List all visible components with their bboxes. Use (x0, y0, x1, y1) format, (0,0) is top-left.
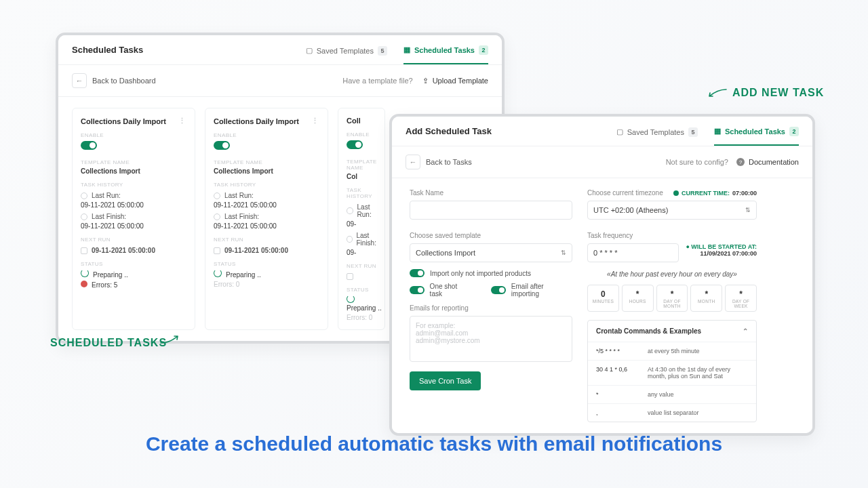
status-errors: Errors: 0 (214, 281, 319, 288)
task-name-label: Task Name (410, 189, 572, 197)
cron-part[interactable]: 0MINUTES (587, 285, 619, 312)
calendar-icon: ▦ (714, 127, 721, 136)
card-title: Collections Daily Import (81, 117, 166, 125)
back-to-dashboard-button[interactable]: ← Back to Dashboard (72, 73, 156, 88)
clock-icon (81, 214, 87, 220)
save-icon: ▢ (616, 127, 623, 136)
clock-icon (347, 207, 353, 214)
back-to-tasks-button[interactable]: ← Back to Tasks (406, 155, 472, 169)
chevron-updown-icon: ⇅ (745, 207, 751, 214)
clock-icon (214, 192, 220, 199)
email-after-toggle[interactable]: Email after importing (491, 283, 572, 298)
config-hint: Not sure to config? (666, 158, 728, 166)
cron-part[interactable]: *DAY OF WEEK (725, 285, 757, 312)
documentation-link[interactable]: ? Documentation (736, 158, 799, 166)
clock-icon (214, 214, 220, 220)
calendar-icon (81, 247, 87, 254)
frequency-input[interactable]: 0 * * * * (587, 243, 679, 262)
panel-header: Scheduled Tasks ▢ Saved Templates 5 ▦ Sc… (58, 35, 502, 65)
crontab-examples: Crontab Commands & Examples ⌃ */5 * * * … (587, 320, 757, 422)
one-shot-toggle[interactable]: One shot task (410, 283, 471, 298)
upload-template-button[interactable]: ⇪ Upload Template (422, 77, 488, 85)
enable-toggle[interactable] (81, 141, 97, 150)
status-preparing: Preparing .. (81, 269, 186, 279)
save-icon: ▢ (306, 46, 313, 55)
example-row: 30 4 1 * 0,6At 4:30 on the 1st day of ev… (588, 360, 756, 385)
page-title: Add Scheduled Task (406, 126, 492, 136)
add-task-panel: Add Scheduled Task ▢ Saved Templates 5 ▦… (389, 114, 815, 436)
tab-scheduled-tasks[interactable]: ▦ Scheduled Tasks 2 (714, 127, 799, 146)
status-errors: Errors: 0 (347, 314, 384, 321)
saved-template-select[interactable]: Collections Import ⇅ (410, 243, 572, 262)
clock-icon (673, 190, 679, 196)
status-errors: Errors: 5 (81, 281, 186, 289)
marketing-headline: Create a scheduled automatic tasks with … (0, 432, 868, 455)
help-icon: ? (736, 158, 745, 166)
annotation-add-new-task: ADD NEW TASK (732, 87, 824, 99)
arrow-icon (160, 335, 179, 344)
task-name-input[interactable] (410, 201, 572, 220)
chevron-updown-icon: ⇅ (561, 249, 566, 256)
more-icon[interactable]: ⋮ (311, 117, 319, 125)
calendar-icon: ▦ (403, 45, 410, 54)
example-row: *any value (588, 385, 756, 403)
arrow-icon (708, 88, 727, 98)
arrow-left-icon: ← (406, 155, 420, 169)
cron-part[interactable]: *MONTH (690, 285, 722, 312)
tab-saved-templates[interactable]: ▢ Saved Templates 5 (616, 127, 698, 145)
tab-saved-templates[interactable]: ▢ Saved Templates 5 (306, 46, 387, 64)
cron-readable: «At the hour past every hour on every da… (587, 270, 757, 278)
page-title: Scheduled Tasks (72, 45, 143, 55)
calendar-icon (214, 247, 220, 254)
current-time-label: CURRENT TIME: 07:00:00 (673, 190, 757, 197)
emails-label: Emails for reporting (410, 304, 572, 312)
emails-textarea[interactable]: For example: admin@mail.com admin@mystor… (410, 316, 572, 362)
have-template-hint: Have a template file? (342, 77, 412, 85)
status-preparing: Preparing .. (347, 295, 384, 312)
example-row: */5 * * * *at every 5th minute (588, 342, 756, 360)
start-time-note: ● WILL BE STARTED AT: 11/09/2021 07:00:0… (686, 243, 757, 257)
status-preparing: Preparing .. (214, 269, 319, 279)
arrow-left-icon: ← (72, 73, 87, 88)
enable-toggle[interactable] (347, 140, 363, 149)
timezone-label: Choose current timezone (587, 189, 663, 197)
cron-part[interactable]: *HOURS (622, 285, 654, 312)
tab-scheduled-tasks[interactable]: ▦ Scheduled Tasks 2 (403, 45, 488, 64)
saved-template-label: Choose saved template (410, 232, 572, 239)
more-icon[interactable]: ⋮ (178, 117, 186, 125)
clock-icon (347, 236, 353, 243)
card-title: Coll (347, 117, 361, 125)
frequency-label: Task frequency (587, 232, 757, 239)
clock-icon (81, 192, 87, 199)
timezone-select[interactable]: UTC +02:00 (Atheens) ⇅ (587, 201, 757, 220)
calendar-icon (347, 273, 353, 280)
task-card: Coll ENABLE TEMPLATE NAME Col TASK HISTO… (338, 108, 385, 330)
upload-icon: ⇪ (422, 77, 429, 85)
task-card: Collections Daily Import⋮ ENABLE TEMPLAT… (205, 108, 328, 330)
enable-toggle[interactable] (214, 141, 230, 150)
import-only-toggle[interactable]: Import only not imported products (410, 269, 572, 277)
card-title: Collections Daily Import (214, 117, 299, 125)
task-card: Collections Daily Import⋮ ENABLE TEMPLAT… (72, 108, 195, 330)
cron-part[interactable]: *DAY OF MONTH (656, 285, 688, 312)
chevron-up-icon[interactable]: ⌃ (743, 327, 748, 335)
example-row: ,value list separator (588, 403, 756, 422)
save-cron-task-button[interactable]: Save Cron Task (410, 371, 481, 390)
annotation-scheduled-tasks: SCHEDULED TASKS (50, 337, 167, 349)
